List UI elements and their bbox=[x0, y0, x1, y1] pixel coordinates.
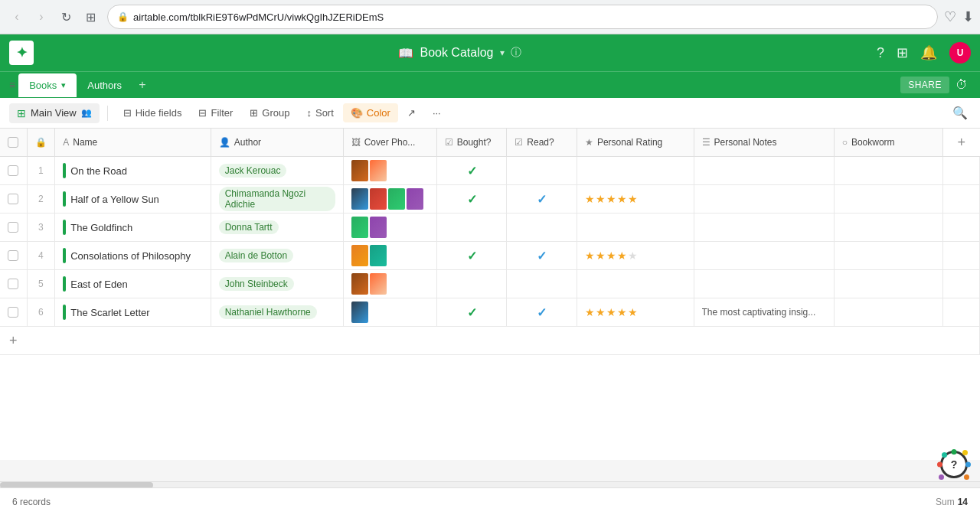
table-row[interactable]: 1On the RoadJack Kerouac✓ bbox=[0, 157, 980, 185]
author-tag[interactable]: Nathaniel Hawthorne bbox=[219, 305, 317, 319]
row-2-read-cell[interactable]: ✓ bbox=[507, 185, 577, 213]
row-6-notes-cell[interactable]: The most captivating insig... bbox=[694, 298, 834, 327]
main-view-item[interactable]: ⊞ Main View 👥 bbox=[9, 103, 100, 123]
app-logo[interactable]: ✦ bbox=[9, 41, 34, 65]
filter-button[interactable]: ⊟ Filter bbox=[191, 103, 240, 122]
refresh-button[interactable]: ↻ bbox=[55, 6, 77, 28]
th-add-field[interactable]: + bbox=[943, 129, 980, 157]
row-5-rating-cell[interactable] bbox=[577, 270, 694, 298]
title-info-icon[interactable]: ⓘ bbox=[511, 46, 521, 60]
more-button[interactable]: ··· bbox=[425, 103, 449, 122]
row-checkbox[interactable] bbox=[8, 165, 18, 176]
row-2-bookworm-cell[interactable] bbox=[834, 185, 942, 213]
row-3-name-cell[interactable]: The Goldfinch bbox=[55, 213, 211, 242]
th-checkbox[interactable] bbox=[0, 129, 27, 157]
download-icon[interactable]: ⬇ bbox=[962, 8, 974, 25]
row-3-bought-cell[interactable] bbox=[436, 213, 507, 242]
row-3-read-cell[interactable] bbox=[507, 213, 577, 242]
title-dropdown-icon[interactable]: ▾ bbox=[500, 47, 505, 58]
history-icon[interactable]: ⏱ bbox=[949, 75, 974, 95]
table-row[interactable]: 2Half of a Yellow SunChimamanda Ngozi Ad… bbox=[0, 185, 980, 213]
row-3-checkbox-cell[interactable] bbox=[0, 213, 27, 242]
row-4-read-cell[interactable]: ✓ bbox=[507, 242, 577, 270]
table-container[interactable]: 🔒 A Name 👤 Author bbox=[0, 129, 980, 460]
add-row[interactable]: + bbox=[0, 327, 980, 355]
row-6-name-cell[interactable]: The Scarlet Letter bbox=[55, 298, 211, 327]
author-tag[interactable]: John Steinbeck bbox=[219, 277, 294, 291]
row-2-notes-cell[interactable] bbox=[694, 185, 834, 213]
add-tab-button[interactable]: + bbox=[132, 72, 152, 98]
row-4-name-cell[interactable]: Consolations of Philosophy bbox=[55, 242, 211, 270]
row-4-cover-cell[interactable] bbox=[343, 242, 436, 270]
row-4-bought-cell[interactable]: ✓ bbox=[436, 242, 507, 270]
row-checkbox[interactable] bbox=[8, 307, 18, 318]
help-button[interactable]: ? bbox=[940, 451, 968, 460]
row-3-notes-cell[interactable] bbox=[694, 213, 834, 242]
th-bought[interactable]: ☑ Bought? bbox=[436, 129, 507, 157]
row-2-bought-cell[interactable]: ✓ bbox=[436, 185, 507, 213]
back-button[interactable]: ‹ bbox=[6, 6, 28, 28]
add-row-cell[interactable]: + bbox=[0, 327, 980, 355]
tab-books[interactable]: Books ▾ bbox=[18, 73, 77, 97]
row-2-checkbox-cell[interactable] bbox=[0, 185, 27, 213]
group-button[interactable]: ⊞ Group bbox=[242, 103, 297, 122]
row-6-bought-cell[interactable]: ✓ bbox=[436, 298, 507, 327]
row-checkbox[interactable] bbox=[8, 250, 18, 261]
bell-icon[interactable]: 🔔 bbox=[920, 44, 937, 61]
row-3-bookworm-cell[interactable] bbox=[834, 213, 942, 242]
row-3-rating-cell[interactable] bbox=[577, 213, 694, 242]
tab-books-dropdown-icon[interactable]: ▾ bbox=[61, 80, 66, 90]
sort-button[interactable]: ↕ Sort bbox=[299, 103, 341, 122]
row-5-notes-cell[interactable] bbox=[694, 270, 834, 298]
row-1-read-cell[interactable] bbox=[507, 157, 577, 185]
header-checkbox[interactable] bbox=[8, 137, 18, 148]
share-button[interactable]: SHARE bbox=[900, 77, 949, 93]
row-3-cover-cell[interactable] bbox=[343, 213, 436, 242]
row-2-rating-cell[interactable]: ★★★★★ bbox=[577, 185, 694, 213]
add-row-button[interactable]: + bbox=[0, 327, 979, 354]
author-tag[interactable]: Alain de Botton bbox=[219, 249, 293, 262]
row-5-read-cell[interactable] bbox=[507, 270, 577, 298]
table-row[interactable]: 5East of EdenJohn Steinbeck bbox=[0, 270, 980, 298]
row-4-author-cell[interactable]: Alain de Botton bbox=[211, 242, 343, 270]
row-2-cover-cell[interactable] bbox=[343, 185, 436, 213]
color-button[interactable]: 🎨 Color bbox=[343, 103, 398, 122]
row-5-author-cell[interactable]: John Steinbeck bbox=[211, 270, 343, 298]
share-view-button[interactable]: ↗ bbox=[400, 103, 423, 122]
row-1-notes-cell[interactable] bbox=[694, 157, 834, 185]
th-bookworm[interactable]: ○ Bookworm bbox=[834, 129, 942, 157]
user-avatar[interactable]: U bbox=[949, 42, 971, 64]
row-1-bookworm-cell[interactable] bbox=[834, 157, 942, 185]
address-bar[interactable]: 🔒 airtable.com/tblkRiE9T6wPdMCrU/viwkQgI… bbox=[107, 5, 938, 29]
row-2-author-cell[interactable]: Chimamanda Ngozi Adichie bbox=[211, 185, 343, 213]
row-4-rating-cell[interactable]: ★★★★★ bbox=[577, 242, 694, 270]
row-4-bookworm-cell[interactable] bbox=[834, 242, 942, 270]
row-6-rating-cell[interactable]: ★★★★★ bbox=[577, 298, 694, 327]
forward-button[interactable]: › bbox=[31, 6, 52, 28]
sidebar-toggle[interactable]: ≡ bbox=[6, 76, 18, 94]
search-icon[interactable]: 🔍 bbox=[949, 103, 971, 123]
th-author[interactable]: 👤 Author bbox=[211, 129, 343, 157]
table-row[interactable]: 6The Scarlet LetterNathaniel Hawthorne✓✓… bbox=[0, 298, 980, 327]
row-5-name-cell[interactable]: East of Eden bbox=[55, 270, 211, 298]
row-6-checkbox-cell[interactable] bbox=[0, 298, 27, 327]
hide-fields-button[interactable]: ⊟ Hide fields bbox=[116, 103, 190, 122]
row-3-author-cell[interactable]: Donna Tartt bbox=[211, 213, 343, 242]
row-4-notes-cell[interactable] bbox=[694, 242, 834, 270]
row-5-bought-cell[interactable] bbox=[436, 270, 507, 298]
th-name[interactable]: A Name bbox=[55, 129, 211, 157]
bookmark-icon[interactable]: ♡ bbox=[944, 8, 956, 25]
table-row[interactable]: 4Consolations of PhilosophyAlain de Bott… bbox=[0, 242, 980, 270]
row-6-bookworm-cell[interactable] bbox=[834, 298, 942, 327]
tab-authors[interactable]: Authors bbox=[77, 73, 132, 97]
row-2-name-cell[interactable]: Half of a Yellow Sun bbox=[55, 185, 211, 213]
th-read[interactable]: ☑ Read? bbox=[507, 129, 577, 157]
row-1-cover-cell[interactable] bbox=[343, 157, 436, 185]
th-rating[interactable]: ★ Personal Rating bbox=[577, 129, 694, 157]
add-field-icon[interactable]: + bbox=[952, 132, 972, 154]
row-1-author-cell[interactable]: Jack Kerouac bbox=[211, 157, 343, 185]
grid-icon[interactable]: ⊞ bbox=[897, 44, 908, 61]
th-notes[interactable]: ☰ Personal Notes bbox=[694, 129, 834, 157]
row-5-bookworm-cell[interactable] bbox=[834, 270, 942, 298]
row-checkbox[interactable] bbox=[8, 222, 18, 233]
